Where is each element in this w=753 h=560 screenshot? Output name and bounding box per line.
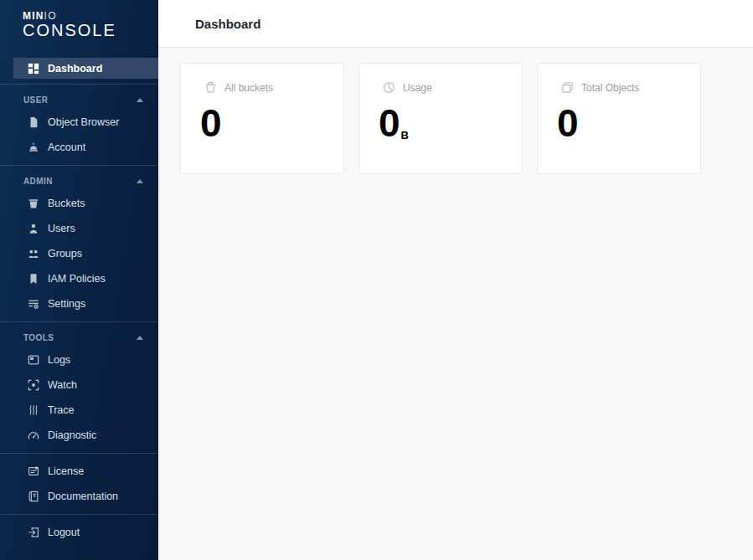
group-icon <box>28 248 39 259</box>
section-header-admin[interactable]: ADMIN <box>0 171 158 191</box>
section-label: TOOLS <box>23 333 54 342</box>
metric-label: Total Objects <box>581 82 639 94</box>
sidebar-spacer <box>0 545 158 560</box>
bucket-icon <box>28 198 39 209</box>
sidebar-item-label: Dashboard <box>48 63 102 74</box>
sidebar-item-label: Documentation <box>48 491 118 502</box>
sidebar-divider <box>0 84 158 85</box>
metric-value: 0 <box>557 104 700 142</box>
metric-card-usage: Usage 0B <box>358 63 523 174</box>
user-icon <box>28 223 39 234</box>
sidebar-item-logout[interactable]: Logout <box>13 520 158 545</box>
sidebar-item-trace[interactable]: Trace <box>13 398 158 423</box>
sidebar-item-label: Diagnostic <box>48 429 96 441</box>
metric-unit: B <box>401 130 409 141</box>
bookmark-icon <box>28 273 39 285</box>
settings-icon <box>28 298 39 310</box>
sidebar-item-label: Logout <box>48 527 80 538</box>
page-header: Dashboard <box>158 0 753 48</box>
metric-card-all-buckets: All buckets 0 <box>180 63 344 174</box>
sidebar-item-account[interactable]: Account <box>13 135 158 160</box>
brand-light: IO <box>44 10 57 22</box>
metric-number: 0 <box>379 104 400 142</box>
section-label: USER <box>23 95 48 105</box>
waveform-icon <box>28 404 39 416</box>
sidebar-item-label: Buckets <box>48 198 85 209</box>
gauge-icon <box>28 429 39 441</box>
sidebar-item-users[interactable]: Users <box>13 216 158 241</box>
sidebar-item-label: Groups <box>48 248 82 259</box>
metric-value: 0 <box>200 104 343 142</box>
chevron-up-icon[interactable] <box>137 179 143 183</box>
sidebar-item-iam-policies[interactable]: IAM Policies <box>13 266 158 291</box>
sidebar-item-groups[interactable]: Groups <box>13 241 158 266</box>
section-header-tools[interactable]: TOOLS <box>0 327 158 347</box>
sidebar-item-logs[interactable]: Logs <box>13 347 158 372</box>
sidebar-divider <box>0 165 158 166</box>
certificate-icon <box>28 465 39 477</box>
main-area: Dashboard All buckets 0 Usage 0B <box>158 0 753 560</box>
sidebar-item-diagnostic[interactable]: Diagnostic <box>13 423 158 448</box>
metric-card-total-objects: Total Objects 0 <box>537 63 701 174</box>
chevron-up-icon[interactable] <box>137 98 143 102</box>
sidebar-divider <box>0 321 158 322</box>
dashboard-icon <box>28 63 39 74</box>
sidebar-item-dashboard[interactable]: Dashboard <box>13 58 158 79</box>
sidebar-item-object-browser[interactable]: Object Browser <box>13 110 158 135</box>
sidebar-item-label: Account <box>48 141 85 153</box>
logout-icon <box>28 527 39 538</box>
metrics-row: All buckets 0 Usage 0B Total Obj <box>158 48 753 174</box>
metric-label: All buckets <box>224 82 273 94</box>
objects-icon <box>561 81 574 94</box>
metric-number: 0 <box>557 104 579 142</box>
sidebar-item-documentation[interactable]: Documentation <box>13 484 158 509</box>
sidebar-item-label: Object Browser <box>48 116 119 128</box>
app-logo: MINIO CONSOLE <box>0 0 158 49</box>
viewfinder-icon <box>28 379 39 391</box>
metric-number: 0 <box>200 104 222 142</box>
sidebar: MINIO CONSOLE Dashboard USER Object Brow… <box>0 0 158 560</box>
sidebar-item-label: License <box>48 465 84 477</box>
sidebar-item-label: Settings <box>48 298 85 310</box>
sidebar-item-label: Trace <box>48 404 75 416</box>
metric-label: Usage <box>403 82 432 94</box>
sidebar-item-license[interactable]: License <box>13 459 158 484</box>
pie-chart-icon <box>383 81 395 94</box>
sidebar-item-label: IAM Policies <box>48 273 106 285</box>
bell-icon <box>28 141 39 153</box>
book-icon <box>28 491 39 502</box>
sidebar-item-buckets[interactable]: Buckets <box>13 191 158 216</box>
page-title: Dashboard <box>195 17 260 31</box>
product-name: CONSOLE <box>23 22 158 39</box>
console-icon <box>28 354 39 366</box>
sidebar-item-label: Watch <box>48 379 77 391</box>
sidebar-item-watch[interactable]: Watch <box>13 372 158 398</box>
metric-value: 0B <box>379 104 522 142</box>
sidebar-divider <box>0 453 158 454</box>
sidebar-item-label: Logs <box>48 354 70 366</box>
file-icon <box>28 116 39 128</box>
chevron-up-icon[interactable] <box>137 336 143 340</box>
brand-bold: MIN <box>23 10 44 22</box>
sidebar-item-label: Users <box>48 223 75 234</box>
section-label: ADMIN <box>23 177 53 186</box>
bucket-outline-icon <box>204 81 217 94</box>
sidebar-item-settings[interactable]: Settings <box>13 291 158 316</box>
section-header-user[interactable]: USER <box>0 90 158 110</box>
sidebar-divider <box>0 514 158 515</box>
